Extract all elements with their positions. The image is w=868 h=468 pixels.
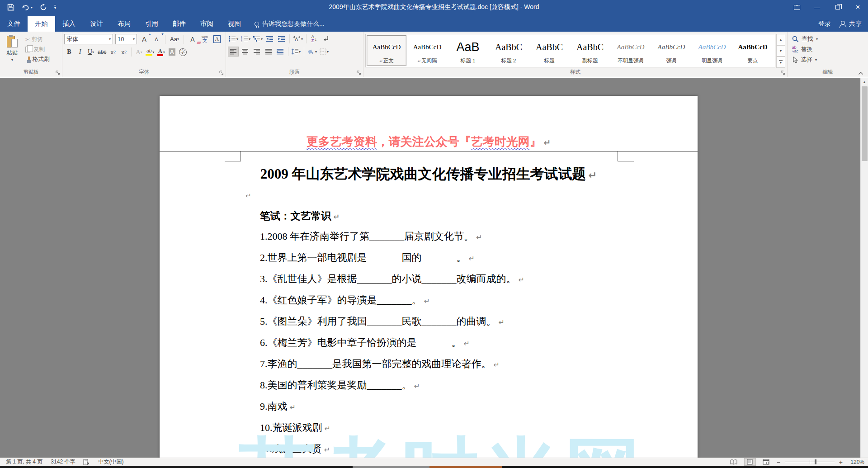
style-无间隔[interactable]: AaBbCcD↵无间隔: [407, 35, 447, 66]
bold-button[interactable]: B: [64, 47, 74, 57]
undo-button[interactable]: ▾: [22, 4, 33, 11]
subscript-button[interactable]: x2: [108, 47, 118, 57]
tab-审阅[interactable]: 审阅: [193, 16, 221, 32]
format-painter-button[interactable]: 格式刷: [24, 55, 51, 64]
paste-dropdown-caret[interactable]: ▾: [11, 58, 13, 62]
doc-line[interactable]: 1.2008 年在济南举行了第_______届京剧文化节。↵: [260, 230, 482, 243]
justify-button[interactable]: [263, 47, 274, 57]
tab-视图[interactable]: 视图: [221, 16, 248, 32]
collapse-ribbon-button[interactable]: [858, 71, 863, 75]
web-layout-button[interactable]: [760, 458, 772, 466]
doc-line[interactable]: 2.世界上第一部电视剧是_______国的_______。↵: [260, 251, 475, 265]
repeat-button[interactable]: [40, 4, 47, 11]
styles-scroll-up-button[interactable]: ▲: [776, 34, 785, 45]
enclose-characters-button[interactable]: 字: [178, 47, 188, 57]
style-标题 1[interactable]: AaB标题 1: [448, 35, 488, 66]
tab-设计[interactable]: 设计: [83, 16, 110, 32]
align-center-button[interactable]: [240, 47, 250, 57]
align-right-button[interactable]: [251, 47, 262, 57]
style-要点[interactable]: AaBbCcD要点: [733, 35, 773, 66]
font-color-button[interactable]: A▾: [156, 47, 166, 57]
superscript-button[interactable]: x2: [119, 47, 129, 57]
scrollbar-thumb[interactable]: [862, 86, 868, 161]
replace-button[interactable]: ab⤷ac 替换: [792, 45, 866, 53]
clipboard-dialog-launcher[interactable]: [56, 71, 60, 75]
font-dialog-launcher[interactable]: [219, 71, 224, 75]
sort-button[interactable]: AZ↓: [309, 34, 320, 44]
vertical-scrollbar[interactable]: ▲: [860, 78, 868, 458]
style-强调[interactable]: AaBbCcD强调: [651, 35, 691, 66]
read-mode-button[interactable]: [728, 458, 740, 466]
grow-font-button[interactable]: A▲: [139, 34, 149, 44]
paragraph-dialog-launcher[interactable]: [357, 71, 361, 75]
save-icon[interactable]: [7, 4, 14, 11]
zoom-slider-thumb[interactable]: [815, 459, 816, 464]
page-indicator[interactable]: 第 1 页, 共 4 页: [2, 458, 47, 466]
line-spacing-button[interactable]: ▾: [291, 47, 302, 57]
asian-layout-button[interactable]: A▾: [292, 34, 304, 44]
strikethrough-button[interactable]: abc: [97, 47, 107, 57]
change-case-button[interactable]: Aa▾: [169, 34, 180, 44]
doc-line[interactable]: 6.《梅兰芳》电影中章子恰扮演的是_______。↵: [260, 336, 470, 350]
cut-button[interactable]: ✂ 剪切: [24, 35, 51, 44]
multilevel-list-button[interactable]: ▾: [252, 34, 264, 44]
doc-line[interactable]: 7.李渔的_______是我国第一部完整的戏曲理论著作。↵: [260, 357, 500, 371]
styles-dialog-launcher[interactable]: [781, 71, 785, 75]
numbering-button[interactable]: 123▾: [240, 34, 251, 44]
word-count[interactable]: 3142 个字: [47, 458, 79, 466]
text-effects-button[interactable]: A▾: [134, 47, 144, 57]
style-明显强调[interactable]: AaBbCcD明显强调: [692, 35, 732, 66]
tell-me-box[interactable]: 告诉我您想要做什么...: [248, 17, 331, 32]
zoom-slider[interactable]: [785, 458, 835, 466]
copy-button[interactable]: 复制: [24, 45, 51, 54]
language-indicator[interactable]: 中文(中国): [94, 458, 127, 466]
page[interactable]: 更多艺考资料，请关注公众号『艺考时光网』↵ 2009 年山东艺术学院戏曲文化传播…: [160, 96, 698, 458]
highlight-color-button[interactable]: ab▾: [145, 47, 155, 57]
phonetic-guide-button[interactable]: wén文: [200, 34, 210, 44]
scroll-up-arrow-icon[interactable]: ▲: [861, 78, 868, 86]
zoom-in-button[interactable]: +: [839, 459, 843, 466]
tab-引用[interactable]: 引用: [138, 16, 165, 32]
styles-more-button[interactable]: ▼: [776, 57, 785, 68]
tab-布局[interactable]: 布局: [110, 16, 138, 32]
distribute-button[interactable]: [275, 47, 286, 57]
restore-button[interactable]: [827, 0, 848, 14]
tab-开始[interactable]: 开始: [28, 16, 55, 32]
show-marks-button[interactable]: [321, 34, 331, 44]
style-副标题[interactable]: AaBbC副标题: [570, 35, 610, 66]
sign-in-button[interactable]: 登录: [818, 20, 831, 28]
character-shading-button[interactable]: A: [167, 47, 177, 57]
character-border-button[interactable]: A: [212, 34, 222, 44]
shading-button[interactable]: ▾: [307, 47, 318, 57]
zoom-out-button[interactable]: −: [777, 459, 780, 466]
decrease-indent-button[interactable]: [264, 34, 275, 44]
bullets-button[interactable]: ▾: [228, 34, 239, 44]
italic-button[interactable]: I: [75, 47, 85, 57]
style-标题 2[interactable]: AaBbC标题 2: [489, 35, 528, 66]
tab-插入[interactable]: 插入: [55, 16, 83, 32]
undo-dropdown-caret[interactable]: ▾: [31, 5, 33, 9]
underline-button[interactable]: U▾: [86, 47, 96, 57]
doc-line[interactable]: 9.南戏↵: [260, 400, 296, 413]
font-name-combo[interactable]: 宋体▾: [64, 34, 113, 44]
shrink-font-button[interactable]: A▼: [151, 34, 161, 44]
qat-customize-button[interactable]: ▾: [54, 5, 56, 10]
doc-line[interactable]: 3.《乱世佳人》是根据_______的小说_______改编而成的。↵: [260, 272, 524, 286]
find-button[interactable]: 查找 ▾: [792, 35, 866, 43]
style-标题[interactable]: AaBbC标题: [529, 35, 569, 66]
select-button[interactable]: 选择 ▾: [792, 56, 866, 64]
font-size-combo[interactable]: 10▾: [115, 34, 137, 44]
doc-line[interactable]: 8.美国的普利策奖是奖励_______。↵: [260, 378, 420, 392]
doc-line[interactable]: 5.《图兰朵》利用了我国_______民歌_______的曲调。↵: [260, 315, 505, 328]
align-left-button[interactable]: [228, 47, 239, 57]
paste-button[interactable]: 粘贴 ▾: [2, 34, 23, 68]
increase-indent-button[interactable]: [276, 34, 287, 44]
clear-formatting-button[interactable]: A: [188, 34, 198, 44]
proofing-status-icon[interactable]: [79, 459, 94, 465]
styles-scroll-down-button[interactable]: ▼: [776, 45, 785, 57]
close-button[interactable]: ×: [848, 0, 868, 14]
minimize-button[interactable]: —: [807, 0, 827, 14]
print-layout-button[interactable]: [744, 458, 756, 466]
style-不明显强调[interactable]: AaBbCcD不明显强调: [611, 35, 651, 66]
tab-文件[interactable]: 文件: [0, 16, 28, 32]
